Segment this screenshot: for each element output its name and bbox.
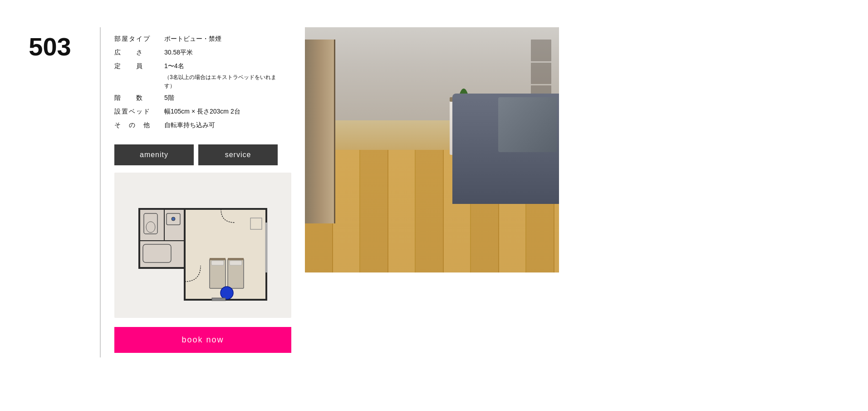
photo-sofa-cushion [498, 97, 557, 153]
detail-value-note: （3名以上の場合はエキストラベッドをいれます） [164, 73, 278, 91]
svg-rect-12 [210, 258, 226, 260]
service-button[interactable]: service [198, 144, 278, 165]
room-details-table: 部屋タイプ ポートビュー・禁煙 広 さ 30.58平米 定 員 1〜4名 （3名… [114, 32, 278, 132]
amenity-button[interactable]: amenity [114, 144, 194, 165]
room-number-section: 503 [0, 27, 100, 357]
tab-button-row: amenity service [114, 144, 278, 165]
detail-label-type: 部屋タイプ [114, 32, 164, 45]
svg-rect-20 [212, 298, 226, 301]
detail-row-size: 広 さ 30.58平米 [114, 45, 278, 59]
floorplan-svg [130, 182, 275, 309]
detail-label-size: 広 さ [114, 45, 164, 59]
detail-label-bed: 設置ベッド [114, 104, 164, 118]
photo-sofa [452, 94, 559, 204]
photo-wall-left [305, 40, 335, 223]
detail-value-floor: 5階 [164, 91, 278, 104]
svg-rect-1 [139, 209, 185, 268]
detail-value-bed: 幅105cm × 長さ203cm 2台 [164, 104, 278, 118]
book-now-button[interactable]: book now [114, 327, 291, 353]
room-number: 503 [29, 32, 71, 61]
room-info-section: 部屋タイプ ポートビュー・禁煙 広 さ 30.58平米 定 員 1〜4名 （3名… [101, 27, 291, 357]
detail-label-capacity: 定 員 [114, 59, 164, 73]
svg-point-7 [172, 217, 175, 221]
detail-row-capacity: 定 員 1〜4名 [114, 59, 278, 73]
detail-value-other: 自転車持ち込み可 [164, 118, 278, 132]
detail-value-type: ポートビュー・禁煙 [164, 32, 278, 45]
detail-label-note [114, 73, 164, 91]
detail-row-floor: 階 数 5階 [114, 91, 278, 104]
detail-value-size: 30.58平米 [164, 45, 278, 59]
curtain-stripe-2 [531, 63, 551, 84]
room-photo-inner [305, 27, 559, 272]
detail-row-bed: 設置ベッド 幅105cm × 長さ203cm 2台 [114, 104, 278, 118]
detail-value-capacity: 1〜4名 [164, 59, 278, 73]
page-container: 503 部屋タイプ ポートビュー・禁煙 広 さ 30.58平米 定 員 1〜4名 [0, 18, 868, 366]
curtain-stripe-1 [531, 40, 551, 61]
svg-rect-14 [211, 261, 224, 265]
room-photo-section [291, 27, 868, 357]
room-photo [305, 27, 559, 272]
floorplan-box [114, 173, 291, 318]
svg-rect-13 [228, 258, 244, 260]
detail-row-type: 部屋タイプ ポートビュー・禁煙 [114, 32, 278, 45]
detail-label-other: そ の 他 [114, 118, 164, 132]
detail-row-other: そ の 他 自転車持ち込み可 [114, 118, 278, 132]
detail-row-note: （3名以上の場合はエキストラベッドをいれます） [114, 73, 278, 91]
detail-label-floor: 階 数 [114, 91, 164, 104]
svg-point-16 [221, 287, 233, 299]
svg-rect-15 [230, 261, 242, 265]
